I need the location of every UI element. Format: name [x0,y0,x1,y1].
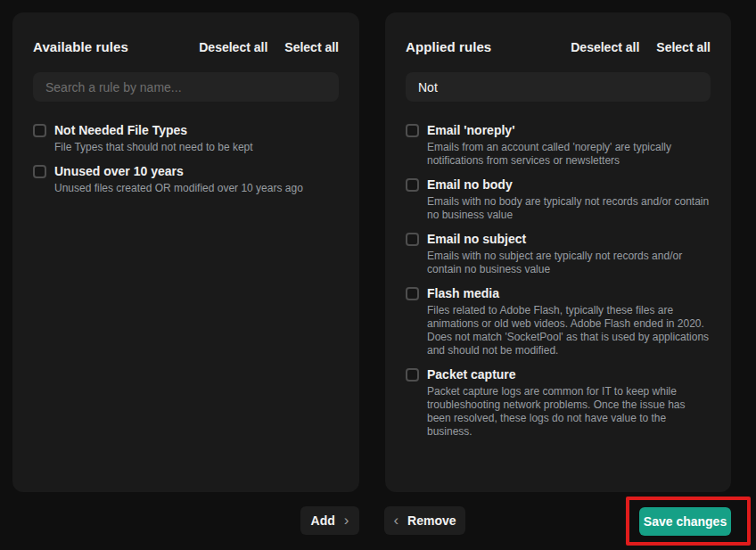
rule-description: File Types that should not need to be ke… [54,141,339,154]
available-header-links: Deselect all Select all [199,40,339,54]
applied-panel-header: Applied rules Deselect all Select all [406,39,711,54]
rule-item: Email no subject Emails with no subject … [406,232,711,276]
applied-deselect-all-button[interactable]: Deselect all [571,40,639,54]
rule-text: Email 'noreply' Emails from an account c… [427,123,711,168]
rule-description: Files related to Adobe Flash, typically … [427,304,711,357]
rule-description: Packet capture logs are common for IT to… [427,385,711,439]
available-panel-title: Available rules [33,39,128,54]
rule-checkbox[interactable] [33,124,46,137]
rule-checkbox[interactable] [406,287,419,300]
rule-checkbox[interactable] [406,368,419,382]
rule-description: Emails from an account called 'noreply' … [427,141,711,168]
rule-name: Email no subject [427,232,711,246]
chevron-right-icon: › [344,513,349,528]
rule-text: Flash media Files related to Adobe Flash… [427,286,711,357]
rule-checkbox[interactable] [406,233,419,246]
rule-item: Flash media Files related to Adobe Flash… [406,286,711,357]
search-rule-input[interactable] [33,72,339,102]
applied-rules-panel: Applied rules Deselect all Select all Em… [385,12,731,492]
rule-text: Unused over 10 years Unused files create… [54,164,339,195]
applied-rules-list: Email 'noreply' Emails from an account c… [406,123,711,439]
rule-name: Flash media [427,286,711,300]
applied-panel-title: Applied rules [406,39,491,54]
available-panel-header: Available rules Deselect all Select all [33,39,339,54]
rule-item: Packet capture Packet capture logs are c… [406,367,711,439]
rule-description: Unused files created OR modified over 10… [54,182,339,195]
rule-description: Emails with no body are typically not re… [427,195,711,222]
rule-checkbox[interactable] [406,124,419,137]
available-select-all-button[interactable]: Select all [284,40,339,54]
remove-button[interactable]: ‹ Remove [384,506,465,535]
rule-item: Not Needed File Types File Types that sh… [33,123,339,154]
remove-button-label: Remove [407,513,456,528]
rule-item: Unused over 10 years Unused files create… [33,164,339,195]
available-deselect-all-button[interactable]: Deselect all [199,40,267,54]
save-changes-button[interactable]: Save changes [639,507,731,536]
applied-select-all-button[interactable]: Select all [656,40,711,54]
rule-text: Email no subject Emails with no subject … [427,232,711,276]
available-rules-list: Not Needed File Types File Types that sh… [33,123,339,195]
available-rules-panel: Available rules Deselect all Select all … [12,12,359,492]
rule-text: Packet capture Packet capture logs are c… [427,367,711,439]
rule-item: Email no body Emails with no body are ty… [406,177,711,222]
rule-checkbox[interactable] [406,178,419,192]
rule-checkbox[interactable] [33,165,46,178]
rule-name: Unused over 10 years [54,164,339,178]
rule-item: Email 'noreply' Emails from an account c… [406,123,711,168]
rule-name: Email 'noreply' [427,123,711,137]
applied-header-links: Deselect all Select all [571,40,711,54]
add-button[interactable]: Add › [300,506,359,535]
rule-name: Packet capture [427,367,711,382]
add-button-label: Add [311,513,335,528]
rule-text: Email no body Emails with no body are ty… [427,177,711,222]
rule-name: Email no body [427,177,711,192]
rule-description: Emails with no subject are typically not… [427,250,711,276]
rule-name: Not Needed File Types [54,123,339,137]
chevron-left-icon: ‹ [393,513,399,528]
rule-text: Not Needed File Types File Types that sh… [54,123,339,154]
applied-filter-input[interactable] [406,72,711,102]
